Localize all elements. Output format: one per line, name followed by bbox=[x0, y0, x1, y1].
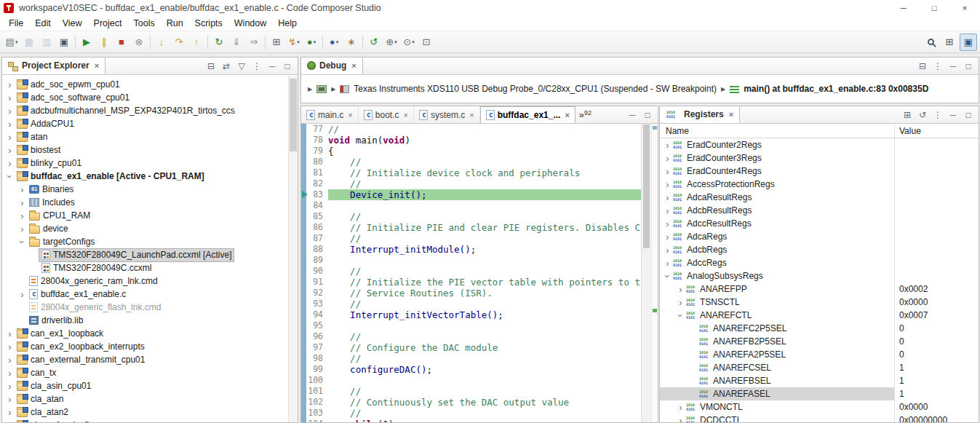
line-number[interactable]: 79 bbox=[306, 146, 328, 157]
expand-arrow-icon[interactable]: › bbox=[5, 146, 15, 155]
register-row[interactable]: ANAREFBSEL1 bbox=[660, 374, 979, 387]
save-button[interactable]: ▦ bbox=[20, 33, 38, 51]
menu-run[interactable]: Run bbox=[161, 16, 189, 31]
collapse-arrow-icon[interactable]: › bbox=[5, 172, 15, 181]
expand-arrow-icon[interactable]: › bbox=[663, 141, 672, 150]
line-number[interactable]: 85 bbox=[306, 211, 328, 222]
register-value[interactable] bbox=[894, 256, 979, 269]
code-editor[interactable]: 77//78void main(void)79{80 //81 // Initi… bbox=[301, 124, 658, 422]
code-text[interactable]: // bbox=[328, 408, 641, 419]
expand-arrow-icon[interactable]: › bbox=[5, 342, 15, 352]
close-icon[interactable]: × bbox=[565, 111, 569, 119]
line-number[interactable]: 86 bbox=[306, 222, 328, 233]
close-icon[interactable]: × bbox=[403, 111, 407, 119]
register-value[interactable] bbox=[894, 165, 979, 178]
expand-arrow-icon[interactable]: › bbox=[5, 119, 15, 129]
console-button[interactable]: ▣ bbox=[55, 33, 73, 51]
step-into-button[interactable]: ↓ bbox=[153, 33, 170, 51]
close-icon[interactable]: × bbox=[348, 111, 352, 119]
line-number[interactable]: 89 bbox=[306, 255, 328, 266]
breadcrumb-arrow-icon[interactable]: ▶ bbox=[721, 86, 725, 92]
editor-tab-buffdac-ex1[interactable]: buffdac_ex1_...× bbox=[480, 106, 575, 123]
tab-debug[interactable]: Debug × bbox=[301, 58, 363, 74]
menu-window[interactable]: Window bbox=[228, 16, 272, 31]
line-number[interactable]: 104 bbox=[306, 419, 328, 422]
register-row[interactable]: ›EradCounter3Regs bbox=[660, 151, 979, 165]
view-menu-icon[interactable]: ⋮ bbox=[931, 60, 944, 73]
refresh-button[interactable]: ↺ bbox=[365, 33, 383, 51]
editor-tab-main-c[interactable]: main.c× bbox=[301, 106, 359, 123]
register-row[interactable]: ›AdcaResultRegs bbox=[660, 191, 979, 204]
tree-item[interactable]: ›Includes bbox=[2, 196, 287, 209]
expand-arrow-icon[interactable]: › bbox=[5, 408, 15, 417]
register-value[interactable]: 1 bbox=[894, 387, 979, 400]
code-line[interactable]: 86 // Initialize PIE and clear PIE regis… bbox=[306, 222, 641, 233]
tree-item[interactable]: ›adc_soc_epwm_cpu01 bbox=[2, 78, 287, 91]
open-perspective-button[interactable]: ⊞ bbox=[941, 33, 958, 51]
save-all-button[interactable]: ▥ bbox=[38, 33, 55, 51]
tree-item[interactable]: ›adcbufmultichannel_MSP_EXP432P401R_tirt… bbox=[2, 104, 287, 117]
line-number[interactable]: 82 bbox=[306, 178, 328, 189]
register-value[interactable] bbox=[894, 230, 979, 243]
search-button[interactable] bbox=[922, 33, 939, 51]
scrollbar-thumb[interactable] bbox=[290, 79, 297, 151]
register-row[interactable]: ›ANAREFCTL0x0007 bbox=[660, 309, 979, 322]
code-line[interactable]: 99 configureDAC(); bbox=[306, 364, 641, 375]
code-text[interactable] bbox=[328, 255, 641, 266]
code-text[interactable]: while(1) bbox=[328, 419, 641, 422]
breadcrumb-item[interactable]: main() at buffdac_ex1_enable.c:83 0x0083… bbox=[744, 84, 928, 94]
expand-arrow-icon[interactable]: › bbox=[17, 290, 27, 299]
expand-arrow-icon[interactable]: › bbox=[5, 395, 15, 404]
code-text[interactable] bbox=[328, 200, 641, 211]
line-number[interactable]: 83 bbox=[306, 189, 328, 200]
expand-arrow-icon[interactable]: › bbox=[676, 403, 685, 412]
tree-item[interactable]: ›AddaCPU1 bbox=[2, 117, 287, 130]
expand-arrow-icon[interactable]: › bbox=[663, 154, 672, 163]
collapse-all-icon[interactable]: ⊟ bbox=[204, 60, 218, 73]
expand-arrow-icon[interactable]: › bbox=[17, 211, 27, 221]
tree-item[interactable]: ›CPU1_RAM bbox=[2, 209, 287, 222]
line-number[interactable]: 90 bbox=[306, 266, 328, 277]
code-text[interactable] bbox=[328, 320, 641, 331]
code-text[interactable]: // Configure the DAC module bbox=[328, 342, 641, 353]
expand-arrow-icon[interactable]: › bbox=[5, 93, 15, 103]
breadcrumb-item[interactable]: Texas Instruments XDS110 USB Debug Probe… bbox=[354, 84, 717, 94]
register-row[interactable]: ANAREFA2P5SEL0 bbox=[660, 348, 979, 361]
tree-item[interactable]: ›cla_asin_cpu01 bbox=[2, 379, 287, 392]
minimize-icon[interactable]: ─ bbox=[626, 108, 639, 122]
register-value[interactable]: 0x0000 bbox=[894, 296, 979, 309]
expand-arrow-icon[interactable]: › bbox=[5, 382, 15, 391]
line-number[interactable]: 101 bbox=[306, 386, 328, 397]
close-icon[interactable]: × bbox=[469, 111, 474, 119]
register-row[interactable]: ANAREFCSEL1 bbox=[660, 361, 979, 374]
tree-item[interactable]: ›can_ex2_loopback_interrupts bbox=[2, 340, 287, 353]
debug-button[interactable]: ●▾ bbox=[303, 33, 320, 51]
line-number[interactable]: 99 bbox=[306, 364, 328, 375]
line-number[interactable]: 77 bbox=[306, 124, 328, 135]
register-row[interactable]: ›EradCounter2Regs bbox=[660, 138, 979, 151]
overview-ruler[interactable] bbox=[651, 124, 658, 422]
tree-item[interactable]: TMS320F280049C_LaunchPad.ccxml [Active] bbox=[2, 248, 287, 261]
register-row[interactable]: ›AccessProtectionRegs bbox=[660, 178, 979, 191]
code-line[interactable]: 101 // bbox=[306, 386, 641, 397]
line-number[interactable]: 80 bbox=[306, 157, 328, 167]
minimize-button[interactable]: ─ bbox=[888, 0, 919, 16]
register-value[interactable]: 0x0000 bbox=[894, 400, 979, 414]
terminate-button[interactable]: ■ bbox=[113, 33, 130, 51]
tree-item[interactable]: ›cla_ex1_adc_fir bbox=[2, 419, 287, 422]
expand-arrow-icon[interactable]: › bbox=[663, 232, 672, 242]
expand-arrow-icon[interactable]: › bbox=[663, 167, 672, 176]
current-line-marker[interactable] bbox=[653, 126, 657, 130]
menu-help[interactable]: Help bbox=[272, 16, 303, 31]
line-number[interactable]: 96 bbox=[306, 331, 328, 342]
view-menu-icon[interactable]: ⋮ bbox=[931, 108, 944, 122]
code-line[interactable]: 89 bbox=[306, 255, 641, 266]
refresh-icon[interactable]: ↺ bbox=[916, 108, 929, 122]
tree-item[interactable]: 28004x_generic_ram_lnk.cmd bbox=[2, 274, 287, 288]
register-value[interactable]: 0 bbox=[894, 348, 979, 361]
suspend-button[interactable]: ∥ bbox=[95, 33, 113, 51]
expand-arrow-icon[interactable]: › bbox=[5, 159, 15, 168]
register-row[interactable]: ›AdcbRegs bbox=[660, 243, 979, 256]
tree-item[interactable]: ›Binaries bbox=[2, 183, 287, 196]
collapse-arrow-icon[interactable]: › bbox=[676, 311, 685, 320]
